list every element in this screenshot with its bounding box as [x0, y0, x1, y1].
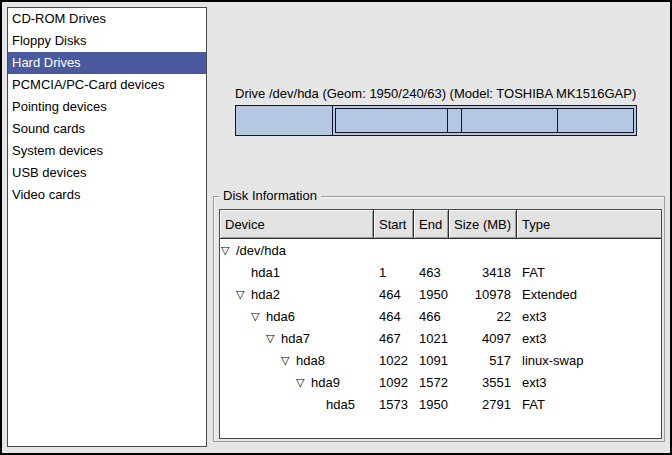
cell-size: 4097 — [449, 331, 517, 346]
device-category-list: CD-ROM DrivesFloppy DisksHard DrivesPCMC… — [7, 7, 207, 447]
cell-start: 1022 — [374, 353, 414, 368]
cell-type: FAT — [517, 397, 661, 412]
cell-type: FAT — [517, 265, 661, 280]
cell-end: 1572 — [414, 375, 449, 390]
table-row-hda9[interactable]: ▽hda9109215723551ext3 — [220, 371, 661, 393]
cell-start: 467 — [374, 331, 414, 346]
disk-table: DeviceStartEndSize (MB)Type ▽/dev/hdahda… — [219, 209, 662, 439]
expander-triangle-icon[interactable]: ▽ — [251, 309, 266, 324]
cell-type: Extended — [517, 287, 661, 302]
sidebar-item-floppy-disks[interactable]: Floppy Disks — [8, 30, 206, 52]
sidebar-item-sound-cards[interactable]: Sound cards — [8, 118, 206, 140]
sidebar-item-pointing-devices[interactable]: Pointing devices — [8, 96, 206, 118]
table-row-hda2[interactable]: ▽hda2464195010978Extended — [220, 283, 661, 305]
hardware-browser-window: CD-ROM DrivesFloppy DisksHard DrivesPCMC… — [0, 0, 672, 455]
disk-table-header: DeviceStartEndSize (MB)Type — [220, 210, 661, 239]
cell-type: ext3 — [517, 309, 661, 324]
column-header-end[interactable]: End — [414, 210, 449, 238]
cell-end: 1950 — [414, 397, 449, 412]
cell-end: 463 — [414, 265, 449, 280]
column-header-device[interactable]: Device — [220, 210, 374, 238]
cell-start: 1092 — [374, 375, 414, 390]
cell-end: 1950 — [414, 287, 449, 302]
cell-size: 3551 — [449, 375, 517, 390]
partition-bar — [235, 105, 637, 136]
table-row-hda8[interactable]: ▽hda810221091517linux-swap — [220, 349, 661, 371]
expander-triangle-icon[interactable]: ▽ — [236, 287, 251, 302]
column-header-start[interactable]: Start — [374, 210, 414, 238]
expander-triangle-icon[interactable]: ▽ — [281, 353, 296, 368]
cell-type: ext3 — [517, 375, 661, 390]
cell-size: 22 — [449, 309, 517, 324]
sidebar-item-hard-drives[interactable]: Hard Drives — [8, 52, 206, 74]
cell-start: 464 — [374, 309, 414, 324]
column-header-type[interactable]: Type — [517, 210, 661, 238]
device-name: hda2 — [251, 287, 280, 302]
expander-triangle-icon[interactable]: ▽ — [221, 243, 236, 258]
device-name: hda7 — [281, 331, 310, 346]
cell-start: 1 — [374, 265, 414, 280]
logical-partition-divider — [447, 109, 448, 132]
cell-end: 1021 — [414, 331, 449, 346]
device-name: /dev/hda — [236, 243, 286, 258]
logical-partition-divider — [557, 109, 558, 132]
device-name: hda1 — [251, 265, 280, 280]
expander-triangle-icon[interactable]: ▽ — [266, 331, 281, 346]
cell-end: 1091 — [414, 353, 449, 368]
cell-start: 1573 — [374, 397, 414, 412]
disk-table-body: ▽/dev/hdahda114633418FAT▽hda246419501097… — [220, 239, 661, 415]
table-row-dev-hda[interactable]: ▽/dev/hda — [220, 239, 661, 261]
expander-triangle-icon[interactable]: ▽ — [296, 375, 311, 390]
device-name: hda9 — [311, 375, 340, 390]
extended-partition-box — [335, 108, 634, 133]
device-name: hda6 — [266, 309, 295, 324]
cell-start: 464 — [374, 287, 414, 302]
sidebar-item-video-cards[interactable]: Video cards — [8, 184, 206, 206]
cell-size: 3418 — [449, 265, 517, 280]
partition-segment-hda1 — [236, 106, 333, 135]
sidebar-item-pcmcia-pc-card-devices[interactable]: PCMCIA/PC-Card devices — [8, 74, 206, 96]
cell-size: 10978 — [449, 287, 517, 302]
cell-end: 466 — [414, 309, 449, 324]
column-header-size-mb[interactable]: Size (MB) — [449, 210, 517, 238]
cell-type: linux-swap — [517, 353, 661, 368]
table-row-hda1[interactable]: hda114633418FAT — [220, 261, 661, 283]
device-name: hda8 — [296, 353, 325, 368]
disk-information-label: Disk Information — [219, 188, 321, 203]
disk-information-frame: Disk Information DeviceStartEndSize (MB)… — [213, 196, 665, 442]
table-row-hda7[interactable]: ▽hda746710214097ext3 — [220, 327, 661, 349]
cell-size: 2791 — [449, 397, 517, 412]
cell-type: ext3 — [517, 331, 661, 346]
sidebar-item-usb-devices[interactable]: USB devices — [8, 162, 206, 184]
logical-partition-divider — [461, 109, 462, 132]
table-row-hda5[interactable]: hda5157319502791FAT — [220, 393, 661, 415]
table-row-hda6[interactable]: ▽hda646446622ext3 — [220, 305, 661, 327]
drive-title: Drive /dev/hda (Geom: 1950/240/63) (Mode… — [235, 86, 636, 101]
cell-size: 517 — [449, 353, 517, 368]
sidebar-item-system-devices[interactable]: System devices — [8, 140, 206, 162]
sidebar-item-cd-rom-drives[interactable]: CD-ROM Drives — [8, 8, 206, 30]
device-name: hda5 — [326, 397, 355, 412]
